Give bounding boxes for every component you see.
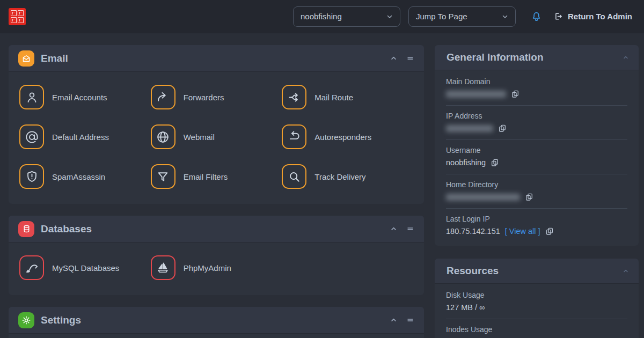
resources-title: Resources [447, 265, 499, 277]
drag-handle-icon[interactable] [406, 54, 414, 62]
webmail-item[interactable]: Webmail [151, 124, 282, 149]
open-envelope-icon [18, 50, 34, 67]
item-label: Track Delivery [314, 172, 365, 181]
drag-handle-icon[interactable] [406, 225, 414, 233]
item-label: Webmail [184, 133, 215, 142]
general-information-title: General Information [447, 52, 544, 63]
logo-seal-icon[interactable] [9, 8, 26, 25]
resources-card: Resources Disk Usage 127 MB / ∞ Inodes U… [435, 259, 639, 338]
redacted-value [446, 125, 493, 132]
gear-icon [18, 312, 34, 328]
email-accounts-item[interactable]: Email Accounts [19, 85, 151, 109]
redacted-value [446, 194, 520, 201]
drag-handle-icon[interactable] [406, 316, 414, 324]
username-value: noobfishing [446, 158, 486, 167]
ip-address-label: IP Address [446, 112, 627, 120]
jump-to-page-select[interactable]: Jump To Page [408, 6, 516, 27]
track-delivery-item[interactable]: Track Delivery [282, 164, 413, 189]
item-label: SpamAssassin [52, 172, 105, 181]
databases-section-header: Databases [9, 216, 424, 243]
disk-usage-row: Disk Usage 127 MB / ∞ [446, 285, 627, 319]
ip-address-row: IP Address [446, 106, 627, 140]
last-login-ip-row: Last Login IP 180.75.142.151 [ View all … [446, 209, 627, 243]
username-label: Username [446, 146, 627, 155]
database-cylinder-icon [18, 221, 34, 237]
sailboat-icon [151, 255, 175, 280]
account-select-value: noobfishing [301, 12, 342, 21]
main-domain-label: Main Domain [446, 77, 627, 86]
copy-icon[interactable] [498, 124, 507, 133]
databases-items-grid: MySQL Databases PhpMyAdmin [9, 243, 424, 295]
copy-icon[interactable] [491, 158, 499, 167]
databases-section: Databases [9, 216, 424, 295]
topbar: noobfishing Jump To Page Return To Admin [0, 0, 644, 33]
disk-usage-label: Disk Usage [446, 291, 627, 299]
collapse-chevron-icon[interactable] [390, 316, 398, 324]
forwarders-item[interactable]: Forwarders [151, 85, 282, 109]
collapse-chevron-icon[interactable] [390, 225, 398, 233]
resources-header: Resources [435, 259, 639, 284]
jump-to-page-value: Jump To Page [416, 12, 467, 21]
username-row: Username noobfishing [446, 140, 627, 174]
item-label: Autoresponders [314, 133, 371, 142]
item-label: MySQL Databases [52, 263, 119, 273]
settings-section-header: Settings [9, 307, 424, 334]
email-section-header: Email [9, 45, 424, 72]
return-to-admin-link[interactable]: Return To Admin [554, 12, 632, 21]
chevron-down-icon [502, 13, 508, 20]
collapse-chevron-icon[interactable] [623, 54, 629, 61]
item-label: Email Accounts [52, 93, 107, 102]
home-directory-row: Home Directory [446, 174, 627, 209]
autoresponders-item[interactable]: Autoresponders [282, 124, 413, 149]
general-information-card: General Information Main Domain [435, 45, 639, 246]
logout-icon [554, 12, 563, 21]
settings-section: Settings [9, 307, 424, 338]
settings-section-title: Settings [41, 314, 81, 326]
item-label: Email Filters [184, 172, 228, 181]
at-sign-icon [19, 124, 44, 149]
mysql-dolphin-icon [19, 255, 44, 280]
collapse-chevron-icon[interactable] [623, 268, 629, 274]
magnifier-icon [282, 164, 306, 189]
notifications-bell-icon[interactable] [531, 11, 542, 22]
home-directory-label: Home Directory [446, 180, 627, 189]
spamassassin-item[interactable]: SpamAssassin [19, 164, 151, 189]
shield-exclamation-icon [19, 164, 44, 189]
item-label: PhpMyAdmin [184, 263, 231, 273]
inodes-usage-row: Inodes Usage 4566 / ∞ [446, 319, 627, 338]
email-filters-item[interactable]: Email Filters [151, 164, 282, 189]
copy-icon[interactable] [525, 193, 533, 201]
disk-usage-value: 127 MB / ∞ [446, 303, 485, 312]
chevron-down-icon [386, 13, 393, 20]
funnel-icon [151, 164, 175, 189]
email-section-title: Email [41, 53, 68, 64]
phpmyadmin-item[interactable]: PhpMyAdmin [151, 255, 282, 280]
main-domain-row: Main Domain [446, 71, 627, 106]
last-login-ip-value: 180.75.142.151 [446, 227, 500, 236]
redacted-value [446, 91, 506, 98]
return-arrow-icon [282, 124, 306, 149]
forward-arrow-icon [151, 85, 175, 109]
globe-icon [151, 124, 175, 149]
general-information-header: General Information [435, 45, 639, 70]
branch-arrows-icon [282, 85, 306, 109]
topbar-right: noobfishing Jump To Page Return To Admin [285, 6, 632, 27]
default-address-item[interactable]: Default Address [19, 124, 151, 149]
email-items-grid: Email Accounts Forwarders [9, 72, 424, 204]
user-icon [19, 85, 44, 109]
copy-icon[interactable] [511, 90, 519, 98]
item-label: Default Address [52, 133, 109, 142]
inodes-usage-label: Inodes Usage [446, 325, 627, 334]
collapse-chevron-icon[interactable] [390, 54, 398, 62]
mysql-databases-item[interactable]: MySQL Databases [19, 255, 151, 280]
item-label: Forwarders [184, 93, 224, 102]
last-login-ip-label: Last Login IP [446, 215, 627, 223]
view-all-link[interactable]: [ View all ] [505, 227, 540, 236]
account-select[interactable]: noobfishing [293, 6, 400, 27]
mail-route-item[interactable]: Mail Route [282, 85, 413, 109]
return-to-admin-label: Return To Admin [568, 12, 632, 21]
item-label: Mail Route [314, 93, 353, 102]
databases-section-title: Databases [41, 223, 92, 235]
copy-icon[interactable] [545, 227, 554, 236]
email-section: Email Email Acc [9, 45, 424, 204]
